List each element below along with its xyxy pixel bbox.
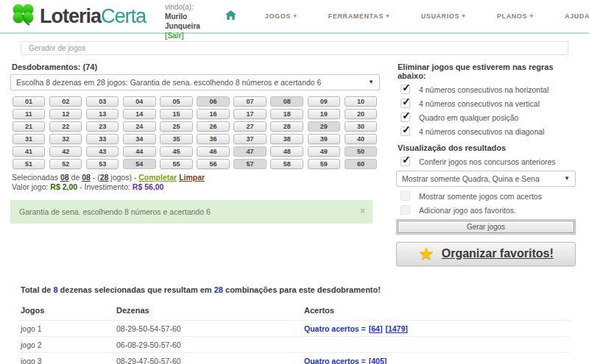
- number-button-56[interactable]: 56: [197, 159, 230, 169]
- number-button-40[interactable]: 40: [345, 134, 378, 144]
- number-button-35[interactable]: 35: [160, 134, 193, 144]
- number-button-26[interactable]: 26: [197, 121, 230, 132]
- number-button-47[interactable]: 47: [233, 146, 267, 157]
- number-button-23[interactable]: 23: [86, 121, 119, 132]
- number-button-32[interactable]: 32: [49, 134, 82, 144]
- logo[interactable]: LoteriaCerta: [7, 3, 146, 29]
- number-button-20[interactable]: 20: [345, 109, 378, 119]
- number-button-60[interactable]: 60: [345, 159, 378, 169]
- number-button-30[interactable]: 30: [345, 121, 378, 132]
- number-button-59[interactable]: 59: [308, 159, 341, 169]
- limpar-link[interactable]: Limpar: [179, 173, 205, 182]
- number-button-11[interactable]: 11: [13, 109, 46, 119]
- number-button-13[interactable]: 13: [86, 109, 119, 119]
- number-button-48[interactable]: 48: [270, 146, 303, 157]
- checkbox-row[interactable]: Adicionar jogo aos favoritos.: [401, 205, 576, 215]
- number-button-14[interactable]: 14: [123, 109, 156, 119]
- show-results-select[interactable]: Mostrar somente Quadra, Quina e Sena ▼: [396, 171, 576, 187]
- checkbox-row[interactable]: ✓Quadro em qualquer posição: [401, 113, 576, 122]
- unchecked-checkbox[interactable]: [401, 205, 410, 215]
- concurso-link[interactable]: [64]: [369, 324, 383, 333]
- checked-checkbox[interactable]: ✓: [401, 126, 410, 136]
- home-button[interactable]: [221, 10, 250, 23]
- checked-checkbox[interactable]: ✓: [401, 85, 410, 94]
- number-button-31[interactable]: 31: [13, 134, 46, 144]
- number-button-46[interactable]: 46: [197, 146, 230, 157]
- number-button-25[interactable]: 25: [160, 121, 193, 132]
- unchecked-checkbox[interactable]: [401, 191, 410, 201]
- number-button-09[interactable]: 09: [308, 96, 341, 107]
- home-icon: [225, 10, 236, 23]
- game-dezenas: 08-29-47-50-57-60: [115, 353, 303, 364]
- number-button-12[interactable]: 12: [49, 109, 82, 119]
- number-button-51[interactable]: 51: [13, 159, 46, 169]
- checkmark-icon: ✓: [402, 110, 411, 121]
- number-button-04[interactable]: 04: [123, 96, 156, 107]
- number-button-10[interactable]: 10: [345, 96, 378, 107]
- number-button-07[interactable]: 07: [233, 96, 267, 107]
- number-button-28[interactable]: 28: [270, 121, 303, 132]
- checked-checkbox[interactable]: ✓: [401, 113, 410, 122]
- number-button-06[interactable]: 06: [197, 96, 230, 107]
- number-button-27[interactable]: 27: [233, 121, 267, 132]
- number-button-49[interactable]: 49: [308, 146, 341, 157]
- game-acertos: [303, 337, 570, 353]
- number-button-58[interactable]: 58: [270, 159, 303, 169]
- generate-games-button[interactable]: Gerar jogos: [396, 219, 576, 235]
- options-column: Eliminar jogos que estiverem nas regras …: [390, 61, 576, 266]
- number-button-33[interactable]: 33: [86, 134, 119, 144]
- checkbox-row[interactable]: ✓Conferir jogos nos concursos anteriores: [401, 157, 576, 166]
- number-button-22[interactable]: 22: [49, 121, 82, 132]
- game-acertos: Quatro acertos =[64][1479]: [303, 321, 570, 337]
- checked-checkbox[interactable]: ✓: [401, 157, 410, 166]
- nav-item-jogos[interactable]: JOGOS +: [250, 8, 313, 24]
- number-button-24[interactable]: 24: [123, 121, 156, 132]
- nav-item-ajuda-e-suporte[interactable]: AJUDA E SUPORTE +: [549, 8, 589, 24]
- number-button-17[interactable]: 17: [233, 109, 267, 119]
- number-button-29[interactable]: 29: [308, 121, 341, 132]
- number-button-52[interactable]: 52: [49, 159, 82, 169]
- number-button-57[interactable]: 57: [233, 159, 267, 169]
- close-icon[interactable]: ×: [360, 206, 365, 216]
- number-button-42[interactable]: 42: [49, 146, 82, 157]
- number-button-38[interactable]: 38: [270, 134, 303, 144]
- logout-link[interactable]: [Sair]: [165, 32, 184, 40]
- nav-item-ferramentas[interactable]: FERRAMENTAS +: [313, 8, 406, 24]
- number-button-15[interactable]: 15: [160, 109, 193, 119]
- nav-item-usu-rios[interactable]: USUÁRIOS +: [406, 8, 482, 24]
- number-button-03[interactable]: 03: [86, 96, 119, 107]
- checkbox-row[interactable]: Mostrar somente jogos com acertos: [401, 191, 576, 201]
- number-button-21[interactable]: 21: [13, 121, 46, 132]
- desdobramento-select[interactable]: Escolha 8 dezenas em 28 jogos: Garantia …: [10, 74, 380, 90]
- combinations-number: 28: [214, 285, 223, 294]
- number-button-19[interactable]: 19: [308, 109, 341, 119]
- number-button-43[interactable]: 43: [86, 146, 119, 157]
- number-button-01[interactable]: 01: [13, 96, 46, 107]
- nav-item-planos[interactable]: PLANOS +: [482, 8, 549, 24]
- number-button-16[interactable]: 16: [197, 109, 230, 119]
- number-button-41[interactable]: 41: [13, 146, 46, 157]
- number-grid: 0102030405060708091011121314151617181920…: [10, 95, 380, 170]
- number-button-45[interactable]: 45: [160, 146, 193, 157]
- number-button-18[interactable]: 18: [270, 109, 303, 119]
- number-button-55[interactable]: 55: [160, 159, 193, 169]
- number-button-39[interactable]: 39: [308, 134, 341, 144]
- checkbox-row[interactable]: ✓4 números consecutivos na diagonal: [401, 126, 576, 136]
- checkbox-row[interactable]: ✓4 números consecutivos na vertical: [401, 99, 576, 108]
- checked-checkbox[interactable]: ✓: [401, 99, 410, 108]
- number-button-54[interactable]: 54: [123, 159, 156, 169]
- number-button-34[interactable]: 34: [123, 134, 156, 144]
- completar-link[interactable]: Completar: [138, 173, 177, 182]
- concurso-link[interactable]: [405]: [369, 357, 387, 364]
- number-button-44[interactable]: 44: [123, 146, 156, 157]
- number-button-50[interactable]: 50: [345, 146, 378, 157]
- number-button-53[interactable]: 53: [86, 159, 119, 169]
- concurso-link[interactable]: [1479]: [385, 324, 407, 333]
- organize-favorites-button[interactable]: ★ Organizar favoritos!: [396, 242, 576, 266]
- number-button-37[interactable]: 37: [233, 134, 267, 144]
- number-button-05[interactable]: 05: [160, 96, 193, 107]
- checkbox-row[interactable]: ✓4 números consecutivos na horizontal: [401, 85, 576, 94]
- number-button-36[interactable]: 36: [197, 134, 230, 144]
- number-button-02[interactable]: 02: [49, 96, 82, 107]
- number-button-08[interactable]: 08: [270, 96, 303, 107]
